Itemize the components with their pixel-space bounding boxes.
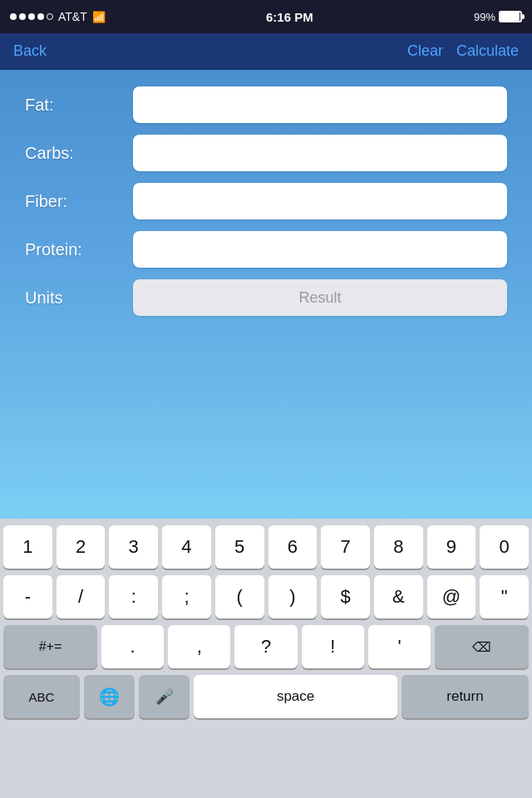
signal-dots bbox=[10, 13, 53, 20]
nav-actions: Clear Calculate bbox=[407, 42, 519, 60]
key-apostrophe[interactable]: ' bbox=[368, 625, 431, 668]
key-6[interactable]: 6 bbox=[268, 525, 318, 569]
key-space[interactable]: space bbox=[194, 675, 397, 718]
key-return[interactable]: return bbox=[401, 675, 529, 718]
keyboard-row-symbols: - / : ; ( ) $ & @ " bbox=[3, 575, 529, 618]
fat-input[interactable] bbox=[133, 86, 507, 123]
carbs-row: Carbs: bbox=[25, 135, 507, 171]
wifi-icon: 📶 bbox=[92, 11, 106, 23]
key-exclaim[interactable]: ! bbox=[302, 625, 364, 668]
clear-button[interactable]: Clear bbox=[407, 42, 443, 60]
dot1 bbox=[10, 13, 17, 20]
fiber-input[interactable] bbox=[133, 183, 507, 219]
key-4[interactable]: 4 bbox=[162, 525, 211, 569]
key-dash[interactable]: - bbox=[3, 575, 52, 618]
key-2[interactable]: 2 bbox=[57, 525, 106, 569]
protein-input[interactable] bbox=[133, 231, 507, 268]
status-time: 6:16 PM bbox=[266, 10, 313, 24]
carbs-input[interactable] bbox=[133, 135, 507, 171]
fiber-row: Fiber: bbox=[25, 183, 507, 219]
carbs-label: Carbs: bbox=[25, 144, 133, 163]
main-content: Fat: Carbs: Fiber: Protein: Units Result bbox=[0, 70, 532, 519]
key-colon[interactable]: : bbox=[109, 575, 158, 618]
battery-icon bbox=[499, 11, 522, 22]
key-9[interactable]: 9 bbox=[427, 525, 476, 569]
units-label: Units bbox=[25, 288, 133, 308]
globe-icon: 🌐 bbox=[99, 687, 120, 707]
calculate-button[interactable]: Calculate bbox=[456, 42, 519, 60]
battery-percent: 99% bbox=[474, 11, 495, 23]
key-7[interactable]: 7 bbox=[321, 525, 370, 569]
protein-label: Protein: bbox=[25, 240, 133, 259]
key-globe[interactable]: 🌐 bbox=[84, 675, 135, 718]
key-at[interactable]: @ bbox=[427, 575, 476, 618]
key-comma[interactable]: , bbox=[168, 625, 230, 668]
key-0[interactable]: 0 bbox=[480, 525, 529, 569]
keyboard-row-numbers: 1 2 3 4 5 6 7 8 9 0 bbox=[3, 525, 529, 569]
status-right: 99% bbox=[474, 11, 522, 23]
units-row: Units Result bbox=[25, 279, 507, 316]
back-button[interactable]: Back bbox=[13, 42, 47, 60]
key-1[interactable]: 1 bbox=[3, 525, 52, 569]
key-3[interactable]: 3 bbox=[109, 525, 158, 569]
key-quote[interactable]: " bbox=[480, 575, 529, 618]
key-slash[interactable]: / bbox=[57, 575, 106, 618]
dot5 bbox=[47, 13, 53, 20]
status-left: AT&T 📶 bbox=[10, 10, 106, 23]
keyboard-row-special: #+= . , ? ! ' ⌫ bbox=[3, 625, 529, 668]
backspace-icon: ⌫ bbox=[472, 639, 491, 655]
status-bar: AT&T 📶 6:16 PM 99% bbox=[0, 0, 532, 33]
result-field: Result bbox=[133, 279, 507, 316]
key-5[interactable]: 5 bbox=[215, 525, 264, 569]
fiber-label: Fiber: bbox=[25, 192, 133, 211]
mic-icon: 🎤 bbox=[155, 687, 174, 706]
carrier-label: AT&T bbox=[58, 10, 87, 23]
key-abc[interactable]: ABC bbox=[3, 675, 80, 718]
key-dollar[interactable]: $ bbox=[321, 575, 370, 618]
key-8[interactable]: 8 bbox=[374, 525, 423, 569]
nav-bar: Back Clear Calculate bbox=[0, 33, 532, 70]
key-numpad-toggle[interactable]: #+= bbox=[3, 625, 97, 668]
fat-label: Fat: bbox=[25, 96, 133, 115]
key-ampersand[interactable]: & bbox=[374, 575, 423, 618]
battery-fill bbox=[500, 12, 520, 21]
key-period[interactable]: . bbox=[101, 625, 164, 668]
keyboard: 1 2 3 4 5 6 7 8 9 0 - / : ; ( ) $ & @ " … bbox=[0, 519, 532, 798]
keyboard-row-bottom: ABC 🌐 🎤 space return bbox=[3, 675, 529, 718]
dot4 bbox=[37, 13, 44, 20]
key-question[interactable]: ? bbox=[234, 625, 297, 668]
dot2 bbox=[19, 13, 26, 20]
fat-input-wrap bbox=[133, 86, 507, 123]
result-placeholder: Result bbox=[298, 289, 341, 307]
key-semicolon[interactable]: ; bbox=[162, 575, 211, 618]
key-close-paren[interactable]: ) bbox=[268, 575, 318, 618]
key-open-paren[interactable]: ( bbox=[215, 575, 264, 618]
backspace-key[interactable]: ⌫ bbox=[435, 625, 529, 668]
dot3 bbox=[28, 13, 35, 20]
fat-row: Fat: bbox=[25, 86, 507, 123]
protein-row: Protein: bbox=[25, 231, 507, 268]
key-mic[interactable]: 🎤 bbox=[139, 675, 190, 718]
